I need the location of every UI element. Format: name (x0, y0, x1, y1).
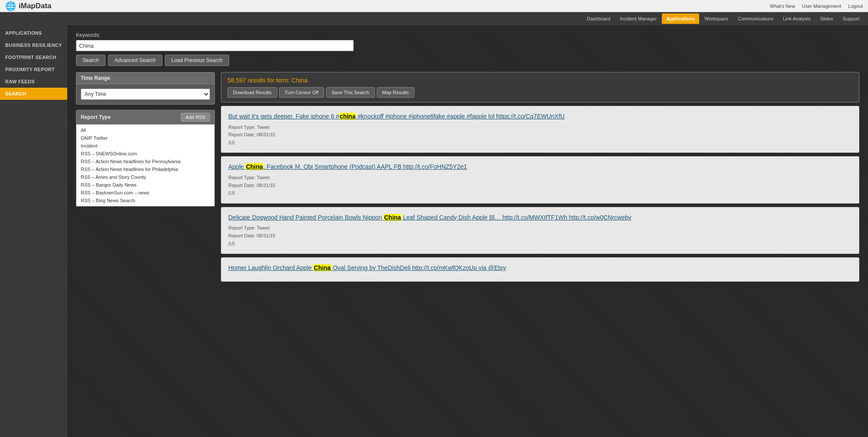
logo-area: 🌐 iMapData (5, 1, 52, 11)
result-card: Homer Laughlin Orchard Apple China Oval … (221, 257, 859, 282)
time-range-box: Time Range Any TimeLast HourLast DayLast… (76, 72, 215, 105)
nav-item-applications[interactable]: Applications (662, 13, 699, 24)
report-type-header: Report Type Add RSS (76, 110, 214, 125)
result-card: Apple China, Facebook M, Obi Smartphone … (221, 156, 859, 203)
report-type-item[interactable]: All (76, 126, 214, 134)
result-title[interactable]: Delicate Dogwood Hand Painted Porcelain … (228, 214, 852, 222)
report-type-item[interactable]: RSS – Action News headlines for Philadel… (76, 165, 214, 173)
sidebar-item-business-resiliency[interactable]: Business Resiliency (0, 39, 67, 51)
save-search-button[interactable]: Save This Search (326, 87, 375, 98)
search-input[interactable] (76, 40, 354, 51)
report-type-item[interactable]: RSS – Bing News Search (76, 197, 214, 204)
left-filters: Time Range Any TimeLast HourLast DayLast… (76, 72, 215, 285)
result-title[interactable]: But wait it's gets deeper. Fake iphone 6… (228, 112, 852, 121)
report-type-box: Report Type Add RSS AllGNIP TwitterIncid… (76, 110, 215, 207)
content-area: Keywords: Search Advanced Search Load Pr… (67, 25, 868, 437)
result-report-date: Report Date: 08/31/15 (228, 182, 852, 190)
highlight-term: China (246, 163, 263, 170)
highlight-term: China (384, 214, 401, 221)
highlight-term: china (339, 113, 356, 120)
result-meta: Report Type: TweetReport Date: 08/31/15(… (228, 174, 852, 197)
result-card: Delicate Dogwood Hand Painted Porcelain … (221, 207, 859, 254)
highlight-term: China (313, 264, 331, 271)
report-type-title: Report Type (81, 114, 111, 120)
results-area: 58,597 results for term: China Download … (221, 72, 859, 285)
report-type-item[interactable]: RSS – BaytownSun.com – news (76, 189, 214, 197)
time-range-select[interactable]: Any TimeLast HourLast DayLast WeekLast M… (81, 89, 210, 100)
result-report-type: Report Type: Tweet (228, 224, 852, 232)
nav-item-incident-manager[interactable]: Incident Manager (615, 13, 661, 24)
logo-text: iMapData (19, 2, 52, 10)
sidebar: ApplicationsBusiness ResiliencyFootprint… (0, 25, 67, 437)
main-layout: ApplicationsBusiness ResiliencyFootprint… (0, 25, 868, 437)
report-type-item[interactable]: GNIP Twitter (76, 134, 214, 142)
search-form: Keywords: Search Advanced Search Load Pr… (76, 32, 859, 66)
nav-bar: DashboardIncident ManagerApplicationsWor… (0, 12, 868, 25)
download-results-button[interactable]: Download Results (227, 87, 277, 98)
keywords-label: Keywords: (76, 32, 859, 38)
nav-item-dashboard[interactable]: Dashboard (582, 13, 615, 24)
sidebar-item-applications[interactable]: Applications (0, 27, 67, 39)
result-title[interactable]: Apple China, Facebook M, Obi Smartphone … (228, 163, 852, 171)
results-count: 58,597 results for term: China (227, 77, 853, 84)
time-range-title: Time Range (76, 72, 214, 84)
search-buttons: Search Advanced Search Load Previous Sea… (76, 55, 859, 66)
add-rss-button[interactable]: Add RSS (181, 113, 210, 122)
nav-item-support[interactable]: Support (838, 13, 864, 24)
logo-icon: 🌐 (5, 1, 16, 11)
result-report-date: Report Date: 08/31/15 (228, 232, 852, 240)
result-classification: (U) (228, 139, 852, 147)
sidebar-item-footprint-search[interactable]: Footprint Search (0, 51, 67, 63)
nav-item-link-analysis[interactable]: Link Analysis (779, 13, 815, 24)
result-card: But wait it's gets deeper. Fake iphone 6… (221, 106, 859, 153)
nav-item-workspace[interactable]: Workspace (700, 13, 733, 24)
results-actions: Download Results Turn Censor Off Save Th… (227, 87, 853, 98)
whats-new-link[interactable]: What's New (770, 3, 795, 9)
turn-censor-off-button[interactable]: Turn Censor Off (279, 87, 324, 98)
report-type-item[interactable]: RSS – 5NEWSOnline.com (76, 150, 214, 158)
result-classification: (U) (228, 240, 852, 248)
sidebar-item-proximity-report[interactable]: Proximity Report (0, 63, 67, 76)
result-meta: Report Type: TweetReport Date: 08/31/15(… (228, 124, 852, 147)
user-management-link[interactable]: User Management (802, 3, 842, 9)
nav-item-slides[interactable]: Slides (816, 13, 838, 24)
results-list: But wait it's gets deeper. Fake iphone 6… (221, 106, 859, 282)
result-report-type: Report Type: Tweet (228, 174, 852, 182)
results-header: 58,597 results for term: China Download … (221, 72, 859, 102)
result-report-date: Report Date: 08/31/15 (228, 131, 852, 139)
report-type-list: AllGNIP TwitterIncidentRSS – 5NEWSOnline… (76, 125, 214, 206)
result-title[interactable]: Homer Laughlin Orchard Apple China Oval … (228, 264, 852, 273)
result-classification: (U) (228, 189, 852, 197)
report-type-item[interactable]: Incident (76, 142, 214, 150)
nav-item-communications[interactable]: Communications (733, 13, 778, 24)
advanced-search-button[interactable]: Advanced Search (108, 55, 162, 66)
search-content: Time Range Any TimeLast HourLast DayLast… (76, 72, 859, 285)
sidebar-item-raw-feeds[interactable]: Raw Feeds (0, 76, 67, 88)
report-type-item[interactable]: RSS – Action News headlines for Pennsylv… (76, 158, 214, 165)
report-type-item[interactable]: RSS – Ames and Story County (76, 173, 214, 181)
sidebar-item-search[interactable]: Search (0, 88, 67, 100)
top-right-links: What's New User Management Logout (770, 3, 863, 9)
logout-link[interactable]: Logout (848, 3, 863, 9)
search-button[interactable]: Search (76, 55, 105, 66)
report-type-item[interactable]: RSS – Bangor Daily News (76, 181, 214, 189)
load-previous-button[interactable]: Load Previous Search (165, 55, 229, 66)
result-meta: Report Type: TweetReport Date: 08/31/15(… (228, 224, 852, 247)
result-report-type: Report Type: Tweet (228, 124, 852, 131)
map-results-button[interactable]: Map Results (377, 87, 414, 98)
